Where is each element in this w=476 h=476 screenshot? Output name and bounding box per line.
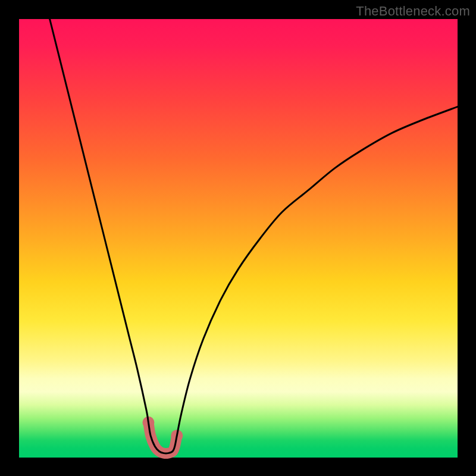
bottleneck-curve [50,19,458,453]
chart-plot-area [19,19,458,458]
chart-frame: TheBottleneck.com [0,0,476,476]
watermark-text: TheBottleneck.com [356,4,470,19]
chart-svg [19,19,458,458]
